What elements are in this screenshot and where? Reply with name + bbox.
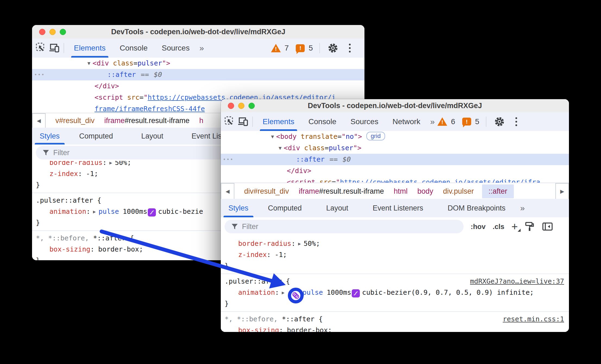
script-src-link[interactable]: frame/iframeRefreshCSS-44fe: [95, 105, 205, 113]
devtools-toolbar: Elements Console Sources Network » ! 6 !…: [221, 112, 569, 131]
issues-icon[interactable]: !: [462, 118, 471, 125]
breadcrumb-body[interactable]: body: [417, 187, 433, 196]
tab-elements[interactable]: Elements: [256, 112, 301, 131]
tab-styles[interactable]: Styles: [221, 199, 256, 217]
breadcrumb-result-div[interactable]: v#result_div: [55, 117, 95, 125]
stylesheet-source-link[interactable]: mdRXGeJ?ano…iew=live:37: [470, 276, 564, 287]
warning-icon[interactable]: !: [438, 117, 447, 126]
tree-row-script-partial[interactable]: <script src="https://cpwebassets.codepen…: [221, 177, 569, 183]
device-toolbar-icon[interactable]: [48, 42, 61, 55]
toolbar-divider: [319, 43, 320, 53]
toggle-hover-state-button[interactable]: :hov: [471, 222, 486, 231]
animation-name-link[interactable]: pulse: [99, 208, 119, 215]
tree-row-div-close[interactable]: </div>: [221, 165, 569, 177]
toggle-sidebar-icon[interactable]: [542, 221, 553, 232]
more-tabs-icon[interactable]: »: [427, 117, 438, 126]
breadcrumb-result-div[interactable]: div#result_div: [244, 187, 289, 196]
devtools-window-front: DevTools - codepen.io/web-dot-dev/live/m…: [221, 99, 569, 332]
animations-panel-icon[interactable]: [292, 291, 300, 300]
filter-placeholder: Filter: [53, 149, 70, 157]
breadcrumb-html[interactable]: html: [394, 187, 408, 196]
tab-sources[interactable]: Sources: [343, 112, 385, 131]
kebab-menu-icon[interactable]: [343, 42, 356, 55]
rule-separator: *, *::before, *::after { reset.min.css:1…: [221, 311, 569, 332]
tab-layout[interactable]: Layout: [319, 199, 356, 217]
new-style-rule-button[interactable]: +: [511, 222, 518, 231]
expander-icon[interactable]: ▼: [279, 142, 282, 154]
titlebar[interactable]: DevTools - codepen.io/web-dot-dev/live/m…: [221, 99, 569, 113]
rule-separator: .pulser::after { mdRXGeJ?ano…iew=live:37…: [221, 274, 569, 309]
inspect-element-icon[interactable]: [224, 115, 237, 128]
style-property[interactable]: box-sizing:border-box;: [221, 325, 569, 332]
more-tabs-icon[interactable]: »: [517, 203, 527, 213]
expand-value-icon[interactable]: ▶: [298, 238, 301, 249]
elements-tree: ▼<body translate="no">grid ▼<div class=p…: [221, 131, 569, 183]
crumb-scroll-left-button[interactable]: ◀: [221, 183, 234, 199]
tab-layout[interactable]: Layout: [134, 128, 171, 145]
settings-gear-icon[interactable]: [326, 42, 339, 55]
tree-row-after-selected[interactable]: ••• ::after==$0: [221, 154, 569, 165]
stylesheet-source-link[interactable]: reset.min.css:1: [503, 313, 564, 325]
breadcrumb-div-pulser[interactable]: div.pulser: [443, 187, 474, 196]
filter-funnel-icon: [42, 149, 49, 156]
style-property-animation[interactable]: animation:▶pulse1000mscubic-bezier(0.9, …: [221, 287, 569, 298]
breadcrumb-after-selected[interactable]: ::after: [482, 184, 514, 198]
crumb-scroll-right-button[interactable]: ▶: [555, 183, 569, 199]
expand-value-icon[interactable]: ▶: [109, 161, 112, 168]
warning-count[interactable]: 7: [285, 44, 289, 52]
breadcrumb-iframe[interactable]: iframe#result.result-iframe: [299, 187, 384, 196]
crumb-scroll-left-button[interactable]: ◀: [32, 113, 46, 128]
grid-badge[interactable]: grid: [366, 132, 385, 140]
tab-computed[interactable]: Computed: [72, 128, 121, 145]
cubic-bezier-icon[interactable]: [148, 208, 156, 216]
script-src-link[interactable]: https://cpwebassets.codepen.io/assets/ed…: [340, 178, 540, 183]
warning-count[interactable]: 6: [451, 117, 455, 126]
tab-sources[interactable]: Sources: [155, 39, 197, 58]
style-property[interactable]: border-radius:▶50%;: [221, 238, 569, 249]
tab-network[interactable]: Network: [385, 112, 427, 131]
tree-row-div-close[interactable]: </div>: [32, 80, 364, 92]
breadcrumb-html[interactable]: h: [199, 117, 203, 125]
more-tabs-icon[interactable]: »: [197, 43, 207, 53]
titlebar[interactable]: DevTools - codepen.io/web-dot-dev/live/m…: [32, 25, 364, 39]
window-title: DevTools - codepen.io/web-dot-dev/live/m…: [221, 102, 569, 110]
kebab-menu-icon[interactable]: [510, 115, 523, 128]
cubic-bezier-icon[interactable]: [352, 289, 360, 297]
filter-input[interactable]: Filter: [225, 220, 464, 233]
rule-close-brace: }: [221, 260, 569, 271]
issues-icon[interactable]: !: [296, 44, 305, 52]
expander-icon[interactable]: ▼: [87, 58, 90, 69]
issue-count[interactable]: 5: [475, 117, 479, 126]
tab-dom-breakpoints[interactable]: DOM Breakpoints: [440, 199, 513, 217]
tree-row-div-open[interactable]: ▼<div class=pulser">: [32, 58, 364, 69]
expander-icon[interactable]: ▼: [271, 131, 274, 142]
breadcrumb-bar: ◀ div#result_div iframe#result.result-if…: [221, 183, 569, 200]
rule-selector[interactable]: *, *::before, *::after { reset.min.css:1: [221, 313, 569, 325]
issue-count[interactable]: 5: [309, 44, 313, 52]
breadcrumb-iframe[interactable]: iframe#result.result-iframe: [104, 117, 190, 125]
tree-row-body-open[interactable]: ▼<body translate="no">grid: [221, 131, 569, 142]
tab-console[interactable]: Console: [301, 112, 344, 131]
tab-styles[interactable]: Styles: [32, 128, 67, 145]
device-toolbar-icon[interactable]: [237, 115, 250, 128]
style-property[interactable]: z-index:-1;: [221, 249, 569, 260]
overflow-dots-icon[interactable]: •••: [223, 154, 234, 165]
expand-value-icon[interactable]: ▶: [282, 287, 285, 298]
rule-selector[interactable]: .pulser::after { mdRXGeJ?ano…iew=live:37: [221, 276, 569, 287]
toggle-element-classes-button[interactable]: .cls: [493, 222, 504, 231]
inspect-element-icon[interactable]: [35, 42, 48, 55]
animation-name-link[interactable]: pulse: [303, 288, 323, 296]
paint-roller-icon[interactable]: [524, 221, 535, 232]
warning-icon[interactable]: !: [271, 44, 281, 52]
expand-value-icon[interactable]: ▶: [93, 206, 96, 217]
tree-row-div-open[interactable]: ▼<div class=pulser">: [221, 142, 569, 154]
tree-row-after-selected[interactable]: ••• ::after==$0: [32, 69, 364, 80]
tab-console[interactable]: Console: [113, 39, 155, 58]
tab-elements[interactable]: Elements: [67, 39, 113, 58]
settings-gear-icon[interactable]: [493, 115, 506, 128]
tab-event-listeners[interactable]: Event Listeners: [365, 199, 431, 217]
rule-close-brace: }: [221, 298, 569, 309]
overflow-dots-icon[interactable]: •••: [34, 69, 45, 80]
filter-placeholder: Filter: [242, 222, 258, 231]
tab-computed[interactable]: Computed: [260, 199, 310, 217]
